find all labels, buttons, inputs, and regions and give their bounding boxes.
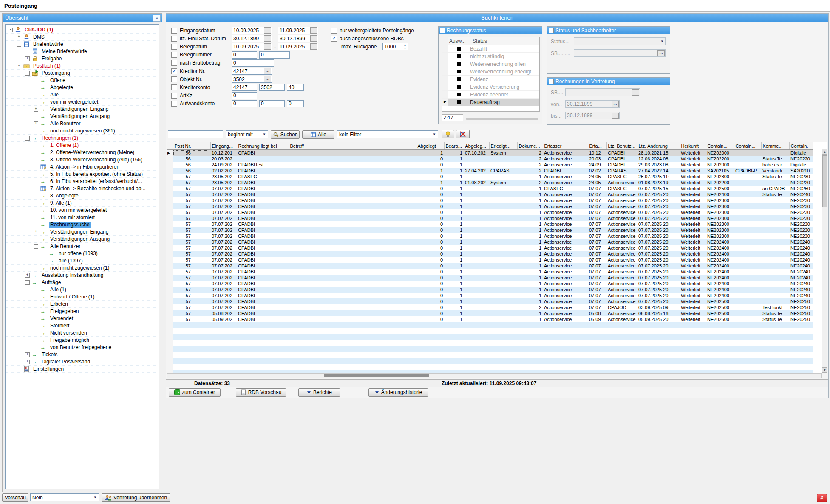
- col-herkunft[interactable]: Herkunft: [680, 142, 706, 150]
- col-contain[interactable]: Contain.: [789, 142, 813, 150]
- artkz-checkbox[interactable]: [171, 93, 177, 99]
- table-row[interactable]: 5707.07.202CPADBI011Actionservice07.07Ac…: [167, 257, 813, 263]
- status-item-dauerauftrag[interactable]: ▶Dauerauftrag: [442, 99, 539, 106]
- aufwandskonto-checkbox[interactable]: [171, 101, 177, 107]
- table-row[interactable]: 5707.07.202CPADBI011Actionservice07.07Ac…: [167, 233, 813, 239]
- table-row[interactable]: 5707.07.202CPADBI011Actionservice07.07Ac…: [167, 227, 813, 233]
- aufwandskonto-input[interactable]: 0: [259, 100, 285, 107]
- table-row[interactable]: 5707.07.202CPADBI011Actionservice07.07Ac…: [167, 251, 813, 257]
- tree-item-noch-nicht-zugewiesen-361[interactable]: →noch nicht zugewiesen (361): [6, 127, 159, 135]
- table-row[interactable]: 5707.07.202CPADBI011Actionservice07.07Ac…: [167, 287, 813, 293]
- col-post-nr[interactable]: Post Nr.: [173, 142, 210, 150]
- tree-item-erbeten[interactable]: →Erbeten: [6, 301, 159, 308]
- collapse-icon[interactable]: -: [25, 136, 30, 141]
- table-row[interactable]: 5707.07.202CPADBI011Actionservice07.07Ac…: [167, 263, 813, 269]
- collapse-icon[interactable]: -: [17, 42, 21, 47]
- tree-item-verstaendigungen-eingang[interactable]: +→Verständigungen Eingang: [6, 228, 159, 236]
- table-row[interactable]: 5624.09.202CPADBITest012Actionservice24.…: [167, 162, 813, 168]
- belegnummer-input[interactable]: 0: [232, 51, 257, 59]
- eingangsdatum-checkbox[interactable]: [171, 28, 177, 34]
- tree-item-alle-benutzer[interactable]: +→Alle Benutzer: [6, 120, 159, 127]
- table-row[interactable]: 5707.07.202CPADBI011Actionservice07.07Ac…: [167, 209, 813, 215]
- col-abgelegt[interactable]: Abgelegt: [416, 142, 444, 150]
- col-bearb[interactable]: Bearb...: [444, 142, 464, 150]
- tree-item-7-aktion-bezahlte-einchecken-und-ab[interactable]: 7. Aktion -> Bezahlte einchecken und ab.…: [6, 185, 159, 192]
- close-button[interactable]: ✗: [817, 494, 827, 502]
- tree-item-rechnungssuche[interactable]: →Rechnungssuche: [6, 221, 159, 228]
- status-checkbox[interactable]: [457, 47, 461, 51]
- collapse-icon[interactable]: -: [17, 64, 21, 68]
- kreditorkonto-checkbox[interactable]: [171, 84, 177, 90]
- vertretung-uebernehmen-button[interactable]: Vertretung übernehmen: [102, 493, 170, 502]
- preview-mode-select[interactable]: Nein▼: [30, 493, 99, 501]
- expand-icon[interactable]: +: [34, 107, 38, 112]
- status-item-weiterverrechnung-erledigt[interactable]: Weiterverrechnung erledigt: [442, 68, 539, 76]
- vertretung-checkbox[interactable]: [549, 79, 554, 84]
- table-row[interactable]: 5707.07.202CPADBI011Actionservice07.07Ac…: [167, 221, 813, 227]
- nach-bruttobetrag-checkbox[interactable]: [171, 60, 177, 66]
- tree-item-versendet[interactable]: →Versendet: [6, 315, 159, 322]
- status-item-evidenz-versicherung[interactable]: Evidenz Versicherung: [442, 83, 539, 91]
- aufwandskonto-input[interactable]: 0: [232, 100, 257, 107]
- tree-item-8-abgelegte[interactable]: →8. Abgelegte: [6, 192, 159, 200]
- vscroll-thumb[interactable]: [822, 155, 827, 207]
- table-row[interactable]: 5707.07.202CPADBI011Actionservice07.07Ac…: [167, 191, 813, 197]
- tree-item-freigabe-moeglich[interactable]: →Freigabe möglich: [6, 337, 159, 344]
- expand-icon[interactable]: +: [34, 121, 38, 126]
- status-item-evidenz[interactable]: Evidenz: [442, 76, 539, 83]
- table-row[interactable]: 5707.07.202CPADBI011Actionservice07.07Ac…: [167, 275, 813, 281]
- col-dokume[interactable]: Dokume...: [517, 142, 543, 150]
- artkz-input[interactable]: 0: [232, 92, 257, 99]
- eingangsdatum-input[interactable]: 11.09.2025…: [278, 27, 318, 34]
- kreditorkonto-input[interactable]: 42147: [232, 84, 257, 91]
- ltz-fibu-stat-datum-input[interactable]: 30.12.1899…: [278, 35, 318, 42]
- rechnungsstatus-checkbox[interactable]: [440, 28, 445, 33]
- status-checkbox[interactable]: [457, 93, 461, 96]
- status-item-weiterverrechnung-offen[interactable]: Weiterverrechnung offen: [442, 60, 539, 68]
- col-abgeleg[interactable]: Abgeleg...: [464, 142, 489, 150]
- collapse-icon[interactable]: -: [34, 244, 38, 249]
- tree-item-1-offene-1[interactable]: →1. Offene (1): [6, 142, 159, 149]
- ltz-fibu-stat-datum-checkbox[interactable]: [171, 36, 177, 42]
- table-row[interactable]: 5602.02.202CPADBI1127.04.202CPARAS2CPADB…: [167, 168, 813, 174]
- tree-item-alle-benutzer[interactable]: -→Alle Benutzer: [6, 243, 159, 250]
- tree-item-alle-1[interactable]: →Alle (1): [6, 286, 159, 293]
- eingangsdatum-picker-button[interactable]: …: [264, 27, 271, 34]
- status-checkbox[interactable]: [457, 62, 461, 66]
- status-select[interactable]: ▼: [574, 37, 666, 45]
- tree-item-verstaendigungen-eingang[interactable]: +→Verständigungen Eingang: [6, 106, 159, 113]
- ltz-fibu-stat-datum-picker-button[interactable]: …: [264, 35, 271, 42]
- tree-item-freigegeben[interactable]: →Freigegeben: [6, 308, 159, 315]
- table-row[interactable]: 5707.07.202CPADBI011Actionservice07.07Ac…: [167, 298, 813, 304]
- tree-item-offene[interactable]: →Offene: [6, 77, 159, 84]
- table-row[interactable]: ▶5610.12.201CPADBI1107.10.202System2Acti…: [167, 150, 813, 156]
- tree-item-storniert[interactable]: →Storniert: [6, 322, 159, 329]
- expand-icon[interactable]: +: [17, 35, 21, 39]
- belegdatum-picker-button[interactable]: …: [264, 43, 271, 50]
- hscroll-thumb[interactable]: [324, 374, 429, 377]
- col-contain[interactable]: Contain...: [734, 142, 761, 150]
- tree-item-verstaendigungen-ausgang[interactable]: →Verständigungen Ausgang: [6, 113, 159, 120]
- col-eingang[interactable]: Eingang...: [210, 142, 237, 150]
- eingangsdatum-input[interactable]: 10.09.2025…: [232, 27, 272, 34]
- suchen-button[interactable]: Suchen: [271, 130, 300, 139]
- clear-filter-button[interactable]: [456, 130, 470, 138]
- table-row[interactable]: 5620.03.202012Actionservice20.03CPADBI12…: [167, 156, 813, 162]
- collapse-icon[interactable]: -: [25, 280, 30, 285]
- sb-lookup-button[interactable]: …: [657, 50, 665, 56]
- table-row[interactable]: 5707.07.202CPADBI011Actionservice07.07Ac…: [167, 215, 813, 221]
- max-rueckgabe-input[interactable]: 1000▲▼: [382, 43, 408, 50]
- alle-button[interactable]: Alle: [302, 130, 334, 139]
- kreditor-nr-checkbox[interactable]: ✓: [171, 68, 177, 74]
- tree-item-dms[interactable]: +DMS: [6, 34, 159, 41]
- col-komme[interactable]: Komme...: [761, 142, 789, 150]
- tree-item-von-mir-weitergeleitet[interactable]: →von mir weitergeleitet: [6, 99, 159, 106]
- tree-item-meine-briefentwuerfe[interactable]: Meine Briefentwürfe: [6, 48, 159, 55]
- vertretung-sb-input[interactable]: …: [565, 88, 640, 96]
- objekt-nr-input[interactable]: 3502…: [232, 76, 272, 83]
- collapse-icon[interactable]: -: [8, 28, 13, 32]
- belegdatum-input[interactable]: 10.09.2025…: [232, 43, 272, 50]
- tree-item-briefentwuerfe[interactable]: -Briefentwürfe: [6, 41, 159, 48]
- objekt-nr-checkbox[interactable]: [171, 76, 177, 82]
- bis-date-picker-button[interactable]: …: [612, 113, 619, 119]
